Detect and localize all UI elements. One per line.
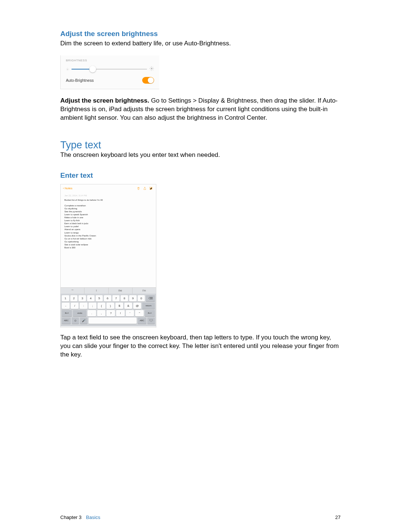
list-item: Learn to tango <box>64 231 152 234</box>
keyboard-key[interactable]: ' <box>126 310 134 316</box>
keyboard-key[interactable]: ; <box>89 303 96 309</box>
auto-brightness-label: Auto-Brightness <box>66 78 94 83</box>
svg-rect-19 <box>150 319 153 321</box>
svg-line-6 <box>68 70 68 70</box>
sun-small-icon <box>66 66 69 72</box>
keyboard-key[interactable]: 1 <box>62 295 69 302</box>
brightness-bold: Adjust the screen brightness. <box>60 97 149 104</box>
keyboard-key[interactable]: 7 <box>112 295 120 302</box>
keyboard-key[interactable]: undo <box>73 310 86 316</box>
keyboard-key[interactable]: , <box>97 310 106 316</box>
list-item: Complete a marathon <box>64 204 152 207</box>
section-heading-type-text: Type text <box>60 139 341 151</box>
subsection-heading-enter-text: Enter text <box>60 171 341 180</box>
list-item: Attend an opera <box>64 228 152 231</box>
keyboard-key[interactable]: return <box>142 303 155 309</box>
notes-title: Bucket list of things to do before I'm 4… <box>64 199 152 201</box>
brightness-paragraph: Adjust the screen brightness. Go to Sett… <box>60 97 341 122</box>
brightness-panel: BRIGHTNESS Auto-Brightness <box>60 55 159 89</box>
footer-chapter: Chapter 3 <box>60 515 82 520</box>
svg-line-17 <box>153 67 153 68</box>
list-item: See the pyramids <box>64 210 152 213</box>
keyboard-key[interactable]: " <box>135 310 144 316</box>
keyboard-suggestion[interactable]: "" <box>61 288 84 294</box>
list-item: Learn to fly-fish <box>64 219 152 222</box>
svg-line-7 <box>67 70 67 70</box>
keyboard-key[interactable]: ABC <box>138 317 147 324</box>
keyboard-key[interactable]: 0 <box>138 295 145 302</box>
keyboard-key[interactable]: 5 <box>96 295 103 302</box>
keyboard-key[interactable]: 6 <box>104 295 111 302</box>
onscreen-keyboard: ""ItheI'm 1234567890⌫ -/:;()$&@return #+… <box>61 287 156 327</box>
notes-screenshot: ‹ Notes Jan 22, 2014, 3:14 PM Bucket lis… <box>60 184 156 328</box>
keyboard-key[interactable]: ! <box>116 310 125 316</box>
keyboard-key[interactable]: 3 <box>79 295 86 302</box>
svg-point-0 <box>67 69 68 70</box>
auto-brightness-toggle[interactable] <box>142 77 154 84</box>
brightness-intro: Dim the screen to extend battery life, o… <box>60 39 341 48</box>
keyboard-key[interactable]: ( <box>98 303 105 309</box>
svg-point-9 <box>151 68 152 69</box>
brightness-slider[interactable] <box>66 66 154 72</box>
svg-line-16 <box>150 70 151 70</box>
keyboard-suggestion[interactable]: I <box>84 288 108 294</box>
keyboard-key[interactable]: ☺ <box>72 317 79 324</box>
footer-page-number: 27 <box>335 515 341 520</box>
keyboard-key[interactable]: 🎤 <box>80 317 87 324</box>
svg-line-5 <box>67 68 67 69</box>
chevron-left-icon: ‹ <box>63 187 64 190</box>
svg-line-8 <box>68 68 68 69</box>
list-item: Bowl a 300 <box>64 246 152 249</box>
slider-track[interactable] <box>71 69 147 70</box>
keyboard-key[interactable]: . <box>87 310 96 316</box>
keyboard-key[interactable]: 4 <box>87 295 95 302</box>
notes-list: Complete a marathonGo skydivingSee the p… <box>64 204 152 249</box>
enter-text-paragraph: Tap a text field to see the onscreen key… <box>60 333 341 359</box>
list-item: See a total solar eclipse <box>64 243 152 246</box>
notes-back-button[interactable]: ‹ Notes <box>63 187 73 190</box>
keyboard-key[interactable]: #+= <box>145 310 155 316</box>
keyboard-key[interactable]: / <box>71 303 79 309</box>
keyboard-key[interactable]: #+= <box>62 310 72 316</box>
keyboard-suggestion[interactable]: I'm <box>133 288 156 294</box>
keyboard-key[interactable]: @ <box>133 303 141 309</box>
keyboard-key[interactable]: $ <box>115 303 123 309</box>
brightness-panel-label: BRIGHTNESS <box>66 59 154 62</box>
notes-back-label: Notes <box>65 187 73 190</box>
svg-line-15 <box>153 70 153 70</box>
type-text-intro: The onscreen keyboard lets you enter tex… <box>60 151 341 159</box>
list-item: Learn to speak Spanish <box>64 213 152 216</box>
share-icon[interactable] <box>143 187 147 190</box>
list-item: Earn a black belt in judo <box>64 222 152 225</box>
keyboard-key[interactable]: 9 <box>129 295 137 302</box>
keyboard-key[interactable]: ? <box>106 310 115 316</box>
keyboard-key[interactable]: ⌫ <box>146 295 155 302</box>
list-item: Go on a hot-air balloon ride <box>64 237 152 240</box>
slider-thumb[interactable] <box>89 66 96 72</box>
keyboard-key[interactable]: - <box>62 303 70 309</box>
trash-icon[interactable] <box>137 187 140 190</box>
compose-icon[interactable] <box>149 187 153 190</box>
list-item: Learn to yodel <box>64 225 152 228</box>
keyboard-key[interactable]: 2 <box>70 295 78 302</box>
list-item: Make a hole in one <box>64 216 152 219</box>
sun-large-icon <box>149 66 154 72</box>
keyboard-key[interactable] <box>89 317 136 324</box>
keyboard-suggestion[interactable]: the <box>109 288 133 294</box>
page-footer: Chapter 3 Basics 27 <box>60 515 341 520</box>
notes-timestamp: Jan 22, 2014, 3:14 PM <box>64 194 152 197</box>
svg-line-14 <box>150 67 151 68</box>
list-item: Go skydiving <box>64 207 152 210</box>
keyboard-suggestions: ""ItheI'm <box>61 287 156 294</box>
list-item: Go spelunking <box>64 240 152 243</box>
subsection-heading-brightness: Adjust the screen brightness <box>60 30 341 38</box>
keyboard-key[interactable]: ) <box>106 303 114 309</box>
list-item: Scuba dive in the Pacific Ocean <box>64 234 152 237</box>
footer-section: Basics <box>86 515 100 520</box>
keyboard-key[interactable]: & <box>124 303 132 309</box>
keyboard-key[interactable]: : <box>80 303 87 309</box>
keyboard-key[interactable]: 8 <box>121 295 128 302</box>
hide-keyboard-icon[interactable] <box>147 317 155 324</box>
keyboard-key[interactable]: ABC <box>62 317 71 324</box>
